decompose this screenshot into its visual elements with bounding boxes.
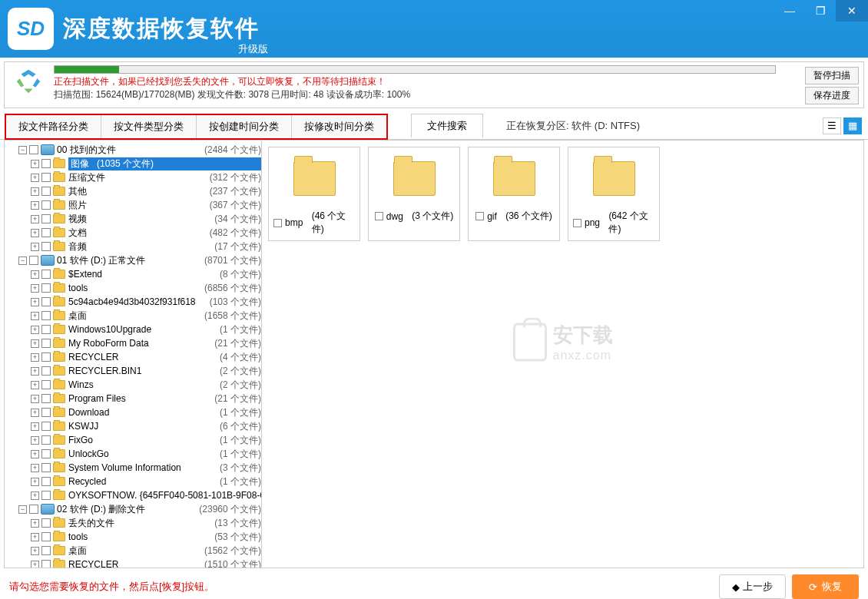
checkbox[interactable] [273, 219, 282, 227]
folder-icon [593, 161, 635, 196]
tree-item[interactable]: +UnlockGo(1 个文件) [5, 447, 261, 461]
minimize-button[interactable]: — [774, 0, 805, 22]
tree-item[interactable]: +FixGo(1 个文件) [5, 433, 261, 447]
app-title: 深度数据恢复软件 [63, 13, 260, 45]
tab-by-path[interactable]: 按文件路径分类 [6, 115, 101, 138]
tab-row: 按文件路径分类 按文件类型分类 按创建时间分类 按修改时间分类 文件搜索 正在恢… [0, 112, 868, 140]
tree-item[interactable]: +Winzs(2 个文件) [5, 378, 261, 392]
tree-node-deleted[interactable]: −02 软件 (D:) 删除文件(23960 个文件) [5, 502, 261, 516]
folder-bmp[interactable]: bmp (46 个文件) [268, 147, 360, 241]
refresh-icon: ⟳ [809, 581, 817, 593]
tree-node-docs[interactable]: +文档(482 个文件) [5, 226, 261, 240]
tree-item[interactable]: +My RoboForm Data(21 个文件) [5, 336, 261, 350]
tree-item[interactable]: +Download(1 个文件) [5, 405, 261, 419]
window-controls: — ❐ ✕ [774, 0, 868, 22]
folder-dwg[interactable]: dwg (3 个文件) [368, 147, 460, 241]
tree-item[interactable]: +Recycled(1 个文件) [5, 475, 261, 488]
scan-status-text: 正在扫描文件，如果已经找到您丢失的文件，可以立即恢复，不用等待扫描结束！ [54, 75, 799, 88]
hint-text: 请勾选您需要恢复的文件，然后点[恢复]按钮。 [9, 580, 214, 594]
arrow-left-icon: ◆ [732, 581, 740, 593]
tree-item[interactable]: +桌面(1658 个文件) [5, 309, 261, 323]
tree-item[interactable]: +桌面(1562 个文件) [5, 544, 261, 558]
titlebar: SD 深度数据恢复软件 升级版 — ❐ ✕ [0, 0, 868, 58]
tree-item[interactable]: +RECYCLER(4 个文件) [5, 350, 261, 364]
scan-stats-text: 扫描范围: 15624(MB)/177028(MB) 发现文件数: 3078 已… [54, 88, 799, 101]
folder-icon [493, 161, 535, 196]
upgrade-badge: 升级版 [238, 42, 268, 56]
tree-item[interactable]: +RECYCLER.BIN1(2 个文件) [5, 364, 261, 378]
previous-button[interactable]: ◆上一步 [719, 574, 786, 599]
pause-scan-button[interactable]: 暂停扫描 [805, 67, 859, 84]
maximize-button[interactable]: ❐ [805, 0, 836, 22]
folder-gif[interactable]: gif (36 个文件) [468, 147, 560, 241]
tree-node-found[interactable]: −00 找到的文件(2484 个文件) [5, 143, 261, 157]
tree-item[interactable]: +5c94acb4e94d3b4032f931f618(103 个文件) [5, 295, 261, 309]
tree-node-other[interactable]: +其他(237 个文件) [5, 184, 261, 198]
recovering-partition-label: 正在恢复分区: 软件 (D: NTFS) [506, 119, 640, 133]
scan-info: 正在扫描文件，如果已经找到您丢失的文件，可以立即恢复，不用等待扫描结束！ 扫描范… [54, 65, 799, 101]
folder-icon [293, 161, 336, 196]
recycle-icon [9, 65, 48, 98]
tree-item[interactable]: +Windows10Upgrade(1 个文件) [5, 323, 261, 336]
watermark: 安下载 anxz.com [513, 322, 613, 362]
scan-status-bar: 正在扫描文件，如果已经找到您丢失的文件，可以立即恢复，不用等待扫描结束！ 扫描范… [4, 61, 864, 108]
tree-item[interactable]: +KSWJJ(6 个文件) [5, 419, 261, 433]
scan-progress-bar [54, 65, 776, 74]
file-grid: bmp (46 个文件) dwg (3 个文件) gif (36 个文件) pn… [262, 141, 863, 568]
tree-item[interactable]: +tools(6856 个文件) [5, 281, 261, 295]
tree-node-images[interactable]: +图像 (1035 个文件) [5, 157, 261, 170]
classification-tabs: 按文件路径分类 按文件类型分类 按创建时间分类 按修改时间分类 [5, 114, 388, 140]
tree-node-normal[interactable]: −01 软件 (D:) 正常文件(8701 个文件) [5, 253, 261, 267]
tree-item[interactable]: +OYKSOFTNOW. {645FF040-5081-101B-9F08-00… [5, 488, 261, 502]
folder-icon [393, 161, 436, 196]
tree-node-video[interactable]: +视频(34 个文件) [5, 212, 261, 226]
tree-item[interactable]: +$Extend(8 个文件) [5, 267, 261, 281]
tree-node-photos[interactable]: +照片(367 个文件) [5, 198, 261, 212]
hint-row: 请勾选您需要恢复的文件，然后点[恢复]按钮。 ◆上一步 ⟳恢复 [0, 568, 868, 599]
checkbox[interactable] [375, 212, 383, 220]
view-list-button[interactable]: ☰ [823, 117, 841, 134]
folder-png[interactable]: png (642 个文件) [568, 147, 660, 241]
tree-item[interactable]: +RECYCLER(1510 个文件) [5, 558, 261, 568]
tab-by-type[interactable]: 按文件类型分类 [101, 115, 197, 138]
checkbox[interactable] [475, 212, 484, 220]
tree-item[interactable]: +System Volume Information(3 个文件) [5, 461, 261, 475]
logo-text: SD [17, 17, 45, 41]
recover-button[interactable]: ⟳恢复 [792, 574, 859, 599]
tree-item[interactable]: +tools(53 个文件) [5, 530, 261, 544]
tree-item[interactable]: +Program Files(21 个文件) [5, 392, 261, 405]
close-button[interactable]: ✕ [836, 0, 868, 22]
file-tree[interactable]: −00 找到的文件(2484 个文件) +图像 (1035 个文件) +压缩文件… [5, 141, 262, 568]
lock-icon [513, 323, 547, 361]
tree-node-archives[interactable]: +压缩文件(312 个文件) [5, 170, 261, 184]
tab-file-search[interactable]: 文件搜索 [411, 114, 483, 137]
content-area: −00 找到的文件(2484 个文件) +图像 (1035 个文件) +压缩文件… [4, 140, 864, 568]
tree-item[interactable]: +丢失的文件(13 个文件) [5, 516, 261, 530]
tab-by-modified[interactable]: 按修改时间分类 [292, 115, 386, 138]
checkbox[interactable] [573, 219, 581, 227]
tab-by-created[interactable]: 按创建时间分类 [197, 115, 292, 138]
tree-node-audio[interactable]: +音频(17 个文件) [5, 240, 261, 253]
view-grid-button[interactable]: ▦ [843, 117, 862, 134]
app-logo: SD [8, 8, 54, 50]
save-progress-button[interactable]: 保存进度 [805, 87, 859, 104]
